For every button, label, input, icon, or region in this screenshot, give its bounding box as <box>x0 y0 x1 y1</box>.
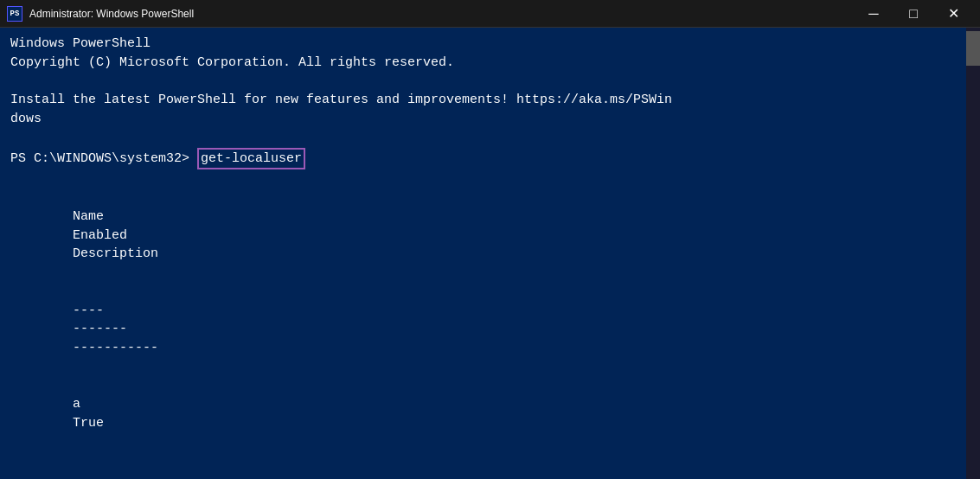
table-separator: ---- ------- ----------- <box>10 283 956 377</box>
scrollbar-thumb[interactable] <box>966 31 980 66</box>
console-content: Windows PowerShell Copyright (C) Microso… <box>10 35 956 479</box>
title-bar: PS Administrator: Windows PowerShell ─ □… <box>0 0 980 28</box>
row-0-name: a <box>73 395 263 414</box>
console-line-2: Copyright (C) Microsoft Corporation. All… <box>10 54 956 73</box>
app-icon: PS <box>7 6 22 22</box>
window-title: Administrator: Windows PowerShell <box>29 8 854 20</box>
maximize-button[interactable]: □ <box>894 0 933 28</box>
prompt-line: PS C:\WINDOWS\system32> get-localuser <box>10 148 956 170</box>
console-line-6 <box>10 129 956 148</box>
minimize-button[interactable]: ─ <box>854 0 894 28</box>
col-header-name: Name <box>73 208 263 227</box>
col-sep-name: ---- <box>73 302 263 321</box>
console-body[interactable]: Windows PowerShell Copyright (C) Microso… <box>0 28 980 479</box>
console-line-5: dows <box>10 110 956 129</box>
row-0-enabled: True <box>73 414 142 433</box>
prompt-space <box>189 150 197 169</box>
close-button[interactable]: ✕ <box>933 0 973 28</box>
col-header-desc: Description <box>73 245 158 264</box>
powershell-window: PS Administrator: Windows PowerShell ─ □… <box>0 0 980 479</box>
console-line-3 <box>10 73 956 92</box>
window-controls: ─ □ ✕ <box>854 0 973 28</box>
table-row-1: aaa False <box>10 470 956 479</box>
col-sep-enabled: ------- <box>73 320 142 339</box>
ps-icon: PS <box>7 6 22 22</box>
console-line-4: Install the latest PowerShell for new fe… <box>10 91 956 110</box>
table-row-0: a True <box>10 377 956 471</box>
col-header-enabled: Enabled <box>73 227 142 246</box>
scrollbar[interactable] <box>966 28 980 479</box>
blank-after-cmd <box>10 169 956 188</box>
console-line-1: Windows PowerShell <box>10 35 956 54</box>
command-text: get-localuser <box>197 148 305 170</box>
table-header: Name Enabled Description <box>10 188 956 283</box>
prompt-text: PS C:\WINDOWS\system32> <box>10 150 189 169</box>
col-sep-desc: ----------- <box>73 339 158 358</box>
